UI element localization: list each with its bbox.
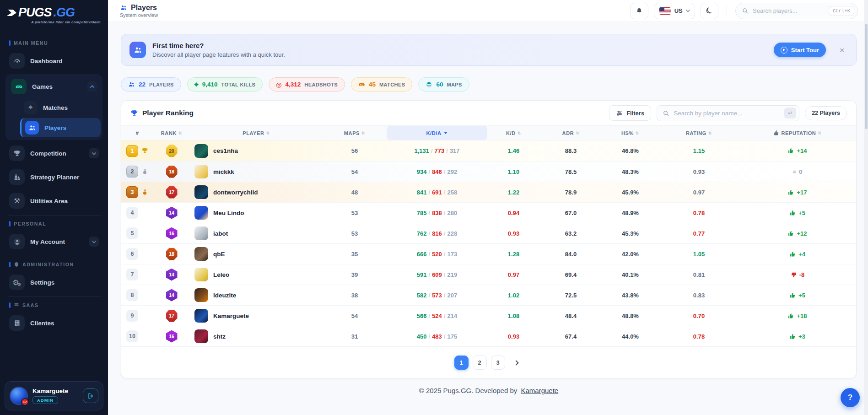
chevron-down-icon — [92, 151, 96, 155]
table-row[interactable]: 10 16 shtz 31 450/483/175 0.93 67.4 44.0… — [121, 326, 856, 346]
thumb-up-icon — [790, 292, 796, 298]
pagination: 123 — [121, 346, 856, 378]
language-selector[interactable]: US — [654, 3, 695, 19]
start-tour-button[interactable]: Start Tour — [774, 43, 826, 57]
rank-level-badge: 20 — [166, 145, 178, 157]
player-name: Leleo — [213, 271, 229, 278]
kd-value: 1.08 — [487, 313, 540, 319]
section-tick — [9, 262, 11, 267]
rank-level-badge: 18 — [166, 248, 178, 260]
banner-close-button[interactable]: × — [836, 44, 848, 56]
competition-expand-button[interactable] — [89, 148, 99, 158]
reputation-value: +3 — [739, 333, 856, 340]
column-adr[interactable]: ADR⇅ — [540, 126, 602, 140]
table-row[interactable]: 6 18 qbE 35 666/520/173 1.28 84.0 42.0% … — [121, 243, 856, 264]
deaths-value: 483 — [432, 333, 442, 340]
column-rank[interactable]: RANK⇅ — [153, 126, 190, 140]
next-page-button[interactable] — [509, 356, 523, 370]
players-icon — [128, 81, 135, 88]
sidebar-item-clientes[interactable]: Clientes — [5, 313, 102, 334]
kd-value: 0.94 — [487, 210, 540, 216]
rank-level-badge: 14 — [166, 207, 178, 219]
player-search-input[interactable] — [674, 110, 780, 117]
user-card[interactable]: 17 Kamarguete ADMIN — [5, 381, 103, 410]
chevron-right-icon — [513, 360, 518, 365]
sidebar-item-utilities-area[interactable]: ⚒ Utilities Area — [5, 190, 102, 211]
scrollbar-thumb[interactable] — [865, 24, 868, 129]
thumb-up-icon — [788, 231, 794, 237]
player-name: iabot — [213, 230, 228, 237]
kda-value: 566/524/214 — [387, 313, 487, 319]
table-row[interactable]: 4 14 Meu Lindo 53 785/838/280 0.94 67.0 … — [121, 202, 856, 223]
page-button-1[interactable]: 1 — [454, 356, 469, 370]
maps-value: 53 — [323, 230, 387, 237]
dark-mode-toggle[interactable]: ☾ — [701, 3, 718, 19]
table-row[interactable]: 8 14 ideuzite 38 582/573/207 1.02 72.5 4… — [121, 285, 856, 305]
brand-logo[interactable]: PUGS.GG A plataforma líder em competitiv… — [0, 0, 108, 29]
sidebar-item-settings[interactable]: ⚙⚙ Settings — [5, 272, 102, 293]
adr-value: 67.0 — [540, 210, 602, 216]
logout-button[interactable] — [83, 388, 98, 403]
account-expand-button[interactable] — [89, 237, 99, 247]
search-icon — [742, 7, 749, 14]
page-title: Players — [131, 4, 157, 12]
reputation-value: -8 — [739, 271, 856, 278]
page-button-2[interactable]: 2 — [473, 356, 487, 370]
rating-value: 1.05 — [659, 251, 739, 258]
brand-tagline: A plataforma líder em competitividade — [7, 20, 101, 24]
sidebar-item-my-account[interactable]: My Account — [5, 231, 102, 252]
sidebar-item-dashboard[interactable]: Dashboard — [5, 50, 102, 71]
kd-value: 0.97 — [487, 271, 540, 278]
column-reputation[interactable]: REPUTATION⇅ — [739, 126, 856, 140]
player-search[interactable]: ↵ — [657, 105, 799, 121]
sidebar-item-matches[interactable]: ⌖ Matches — [20, 98, 101, 117]
medal-icon — [141, 333, 148, 340]
maps-value: 54 — [323, 168, 387, 175]
dashboard-icon — [9, 53, 25, 69]
table-row[interactable]: 9 17 Kamarguete 54 566/524/214 1.08 48.4… — [121, 305, 856, 326]
rating-value: 0.81 — [659, 271, 739, 278]
global-search-input[interactable] — [753, 7, 825, 14]
assists-value: 219 — [447, 271, 457, 278]
filters-button[interactable]: Filters — [609, 105, 651, 121]
games-collapse-button[interactable] — [87, 81, 97, 92]
footer-link[interactable]: Kamarguete — [521, 387, 558, 394]
column-rating[interactable]: RATING⇅ — [659, 126, 739, 140]
table-row[interactable]: 3 17 dontworrychild 48 841/691/258 1.22 … — [121, 182, 856, 202]
sidebar-item-strategy-planner[interactable]: Strategy Planner — [5, 167, 102, 188]
stat-value: 45 — [369, 81, 376, 88]
sidebar-item-players[interactable]: Players — [20, 118, 101, 137]
medal-icon — [141, 230, 148, 237]
stat-chip: 22 PLAYERS — [121, 77, 181, 92]
sidebar-item-games[interactable]: Games — [7, 76, 101, 97]
table-row[interactable]: 5 16 iabot 53 762/816/228 0.93 63.2 45.3… — [121, 223, 856, 243]
kills-value: 1,131 — [414, 147, 429, 154]
table-row[interactable]: 2 18 mickkk 54 934/846/292 1.10 78.5 48.… — [121, 161, 856, 182]
sidebar-item-competition[interactable]: Competition — [5, 143, 102, 164]
reputation-value: +14 — [739, 147, 856, 154]
rank-level-badge: 17 — [166, 186, 178, 199]
player-name: qbE — [213, 251, 225, 258]
column-hs[interactable]: HS%⇅ — [602, 126, 659, 140]
players-icon — [25, 121, 39, 135]
tour-banner-title: First time here? — [152, 42, 767, 49]
global-search[interactable]: Ctrl+K — [735, 3, 858, 19]
player-name: Kamarguete — [213, 313, 249, 319]
page-button-3[interactable]: 3 — [491, 356, 505, 370]
page-scrollbar[interactable] — [864, 0, 868, 415]
maps-icon — [426, 81, 432, 88]
notifications-button[interactable] — [630, 3, 648, 19]
assists-value: 228 — [447, 230, 457, 237]
column-kda[interactable]: K/D/A — [387, 126, 487, 140]
table-row[interactable]: 7 14 Leleo 39 591/609/219 0.97 69.4 40.1… — [121, 264, 856, 285]
column-player[interactable]: PLAYER⇅ — [190, 126, 323, 140]
help-button[interactable]: ? — [841, 388, 860, 407]
column-maps[interactable]: MAPS⇅ — [323, 126, 387, 140]
thumb-up-icon — [790, 251, 796, 257]
table-row[interactable]: 1 20 ces1nha 56 1,131/773/317 1.46 88.3 … — [121, 140, 856, 161]
kills-value: 591 — [417, 271, 427, 278]
position-badge: 8 — [126, 289, 138, 301]
trophy-icon — [141, 147, 148, 155]
players-icon — [120, 4, 127, 11]
column-kd[interactable]: K/D⇅ — [487, 126, 540, 140]
